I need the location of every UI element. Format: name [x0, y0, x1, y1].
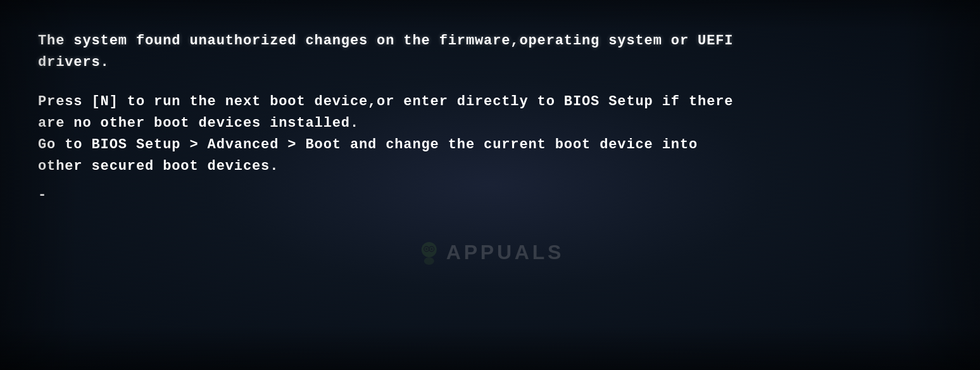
- error-line-1: The system found unauthorized changes on…: [38, 33, 733, 49]
- instruction-line-4: other secured boot devices.: [38, 158, 279, 174]
- svg-point-4: [425, 248, 427, 250]
- instruction-line-3: Go to BIOS Setup > Advanced > Boot and c…: [38, 137, 698, 153]
- cursor: -: [38, 184, 47, 206]
- watermark: APPUALS: [416, 237, 565, 269]
- svg-point-5: [430, 248, 432, 250]
- appuals-mascot-icon: [416, 239, 443, 266]
- bios-error-screen: The system found unauthorized changes on…: [0, 0, 980, 370]
- instruction-message-block: Press [N] to run the next boot device,or…: [38, 91, 733, 177]
- svg-point-6: [424, 257, 434, 265]
- instruction-line-1: Press [N] to run the next boot device,or…: [38, 94, 733, 110]
- watermark-text: APPUALS: [446, 237, 565, 269]
- instruction-line-2: are no other boot devices installed.: [38, 115, 359, 131]
- error-line-2: drivers.: [38, 54, 110, 70]
- error-message-block: The system found unauthorized changes on…: [38, 30, 733, 73]
